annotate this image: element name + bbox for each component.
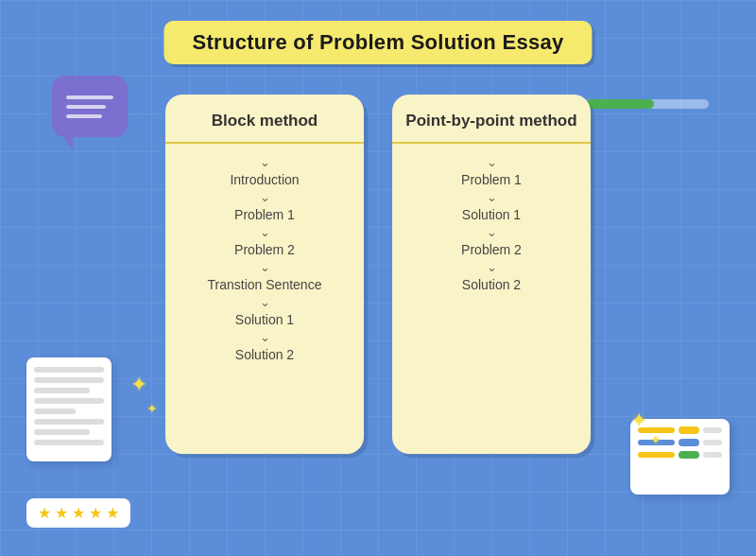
- sparkle-3: ✦: [630, 408, 647, 433]
- block-method-items: ⌄ Introduction ⌄ Problem 1 ⌄ Problem 2 ⌄…: [165, 151, 364, 369]
- sparkle-2: ✦: [146, 401, 158, 416]
- block-item-intro: Introduction: [230, 169, 299, 190]
- bubble-line-1: [66, 96, 113, 99]
- progress-bar-fill: [586, 99, 654, 109]
- doc-line-3: [34, 388, 90, 393]
- doc-line-7: [34, 429, 90, 435]
- doc-line-4: [34, 398, 104, 404]
- block-method-card: Block method ⌄ Introduction ⌄ Problem 1 …: [165, 95, 364, 454]
- point-item-s2: Solution 2: [462, 274, 521, 295]
- arrow-1: ⌄: [260, 156, 270, 168]
- dash-pill-3: [679, 451, 699, 459]
- dash-row-3: [638, 451, 722, 459]
- p-arrow-4: ⌄: [487, 261, 497, 273]
- doc-line-2: [34, 377, 104, 383]
- speech-bubble-decoration: [52, 76, 128, 137]
- doc-line-6: [34, 419, 104, 425]
- block-method-header: Block method: [165, 95, 364, 144]
- page-title: Structure of Problem Solution Essay: [192, 30, 563, 54]
- bubble-line-3: [66, 114, 102, 118]
- bubble-line-2: [66, 105, 106, 109]
- block-item-p2: Problem 2: [234, 239, 295, 260]
- star-5: ★: [106, 504, 119, 522]
- arrow-4: ⌄: [260, 261, 270, 273]
- cards-container: Block method ⌄ Introduction ⌄ Problem 1 …: [165, 95, 591, 454]
- sparkle-1: ✦: [130, 373, 147, 397]
- dash-line-1b: [703, 427, 722, 433]
- block-item-p1: Problem 1: [234, 204, 295, 225]
- block-item-s2: Solution 2: [235, 344, 294, 365]
- dash-line-2b: [703, 440, 722, 445]
- dash-pill-1: [679, 426, 699, 434]
- dash-line-3b: [703, 452, 722, 458]
- star-2: ★: [55, 504, 68, 522]
- point-method-card: Point-by-point method ⌄ Problem 1 ⌄ Solu…: [392, 95, 591, 454]
- p-arrow-3: ⌄: [487, 226, 497, 238]
- p-arrow-1: ⌄: [487, 156, 497, 168]
- block-item-transition: Transtion Sentence: [208, 274, 322, 295]
- arrow-6: ⌄: [260, 331, 270, 343]
- dash-line-3: [638, 452, 675, 458]
- point-method-header: Point-by-point method: [392, 95, 591, 144]
- star-3: ★: [72, 504, 85, 522]
- block-item-s1: Solution 1: [235, 309, 294, 330]
- title-banner: Structure of Problem Solution Essay: [163, 21, 592, 64]
- star-1: ★: [38, 504, 51, 522]
- star-4: ★: [89, 504, 102, 522]
- doc-line-1: [34, 367, 104, 373]
- sparkle-4: ✦: [650, 432, 662, 447]
- document-card: [26, 357, 112, 461]
- progress-bar-track: [586, 99, 709, 109]
- point-item-s1: Solution 1: [462, 204, 521, 225]
- doc-line-5: [34, 408, 76, 414]
- point-method-items: ⌄ Problem 1 ⌄ Solution 1 ⌄ Problem 2 ⌄ S…: [392, 151, 591, 299]
- arrow-3: ⌄: [260, 226, 270, 238]
- point-item-p2: Problem 2: [461, 239, 522, 260]
- doc-line-8: [34, 440, 104, 445]
- star-rating: ★ ★ ★ ★ ★: [26, 498, 130, 528]
- arrow-5: ⌄: [260, 296, 270, 308]
- point-item-p1: Problem 1: [461, 169, 522, 190]
- progress-bar-container: [586, 99, 709, 109]
- p-arrow-2: ⌄: [487, 191, 497, 203]
- dash-pill-2: [679, 439, 699, 446]
- arrow-2: ⌄: [260, 191, 270, 203]
